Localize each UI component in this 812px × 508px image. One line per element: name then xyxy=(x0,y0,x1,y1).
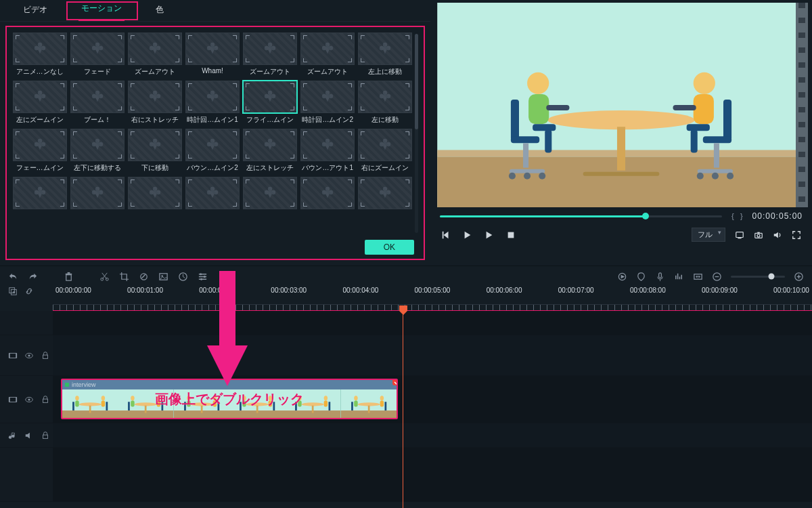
motion-preset-item[interactable]: ズームアウト xyxy=(243,33,298,77)
motion-preset-item[interactable]: 左にストレッチ xyxy=(243,129,298,173)
edit-icon[interactable] xyxy=(139,272,149,282)
motion-preset-item[interactable]: 下に移動 xyxy=(127,129,182,173)
motion-preset-item[interactable]: 右にズームイン xyxy=(358,129,413,173)
stop-button[interactable] xyxy=(506,230,516,240)
svg-rect-22 xyxy=(687,124,710,131)
tab-motion[interactable]: モーション xyxy=(78,0,125,21)
tab-video[interactable]: ビデオ xyxy=(20,0,50,21)
motion-preset-item[interactable]: フェード xyxy=(70,33,125,77)
clip-effect-badge-icon xyxy=(391,379,398,387)
motion-label: フェード xyxy=(84,67,111,77)
video-track-1-lane[interactable]: interview 画像上でダブルクリック xyxy=(53,376,812,423)
timeline-playhead[interactable] xyxy=(403,311,403,508)
lock-icon[interactable] xyxy=(41,351,50,360)
motion-preset-item[interactable]: フライ…ムイン xyxy=(243,81,298,125)
empty-track-lane[interactable] xyxy=(53,448,812,501)
timeline-zoom-slider[interactable] xyxy=(731,276,785,278)
motion-preset-item[interactable] xyxy=(12,177,67,219)
svg-rect-40 xyxy=(757,232,760,233)
motion-preset-item[interactable]: アニメ…ンなし xyxy=(12,33,67,77)
svg-point-53 xyxy=(200,278,202,280)
motion-preset-item[interactable]: 左下に移動する xyxy=(70,129,125,173)
overlay-track-lane[interactable] xyxy=(53,311,812,335)
timeline-clip-interview[interactable]: interview 画像上でダブルクリック xyxy=(61,379,398,419)
clip-property-tabs: ビデオ モーション 色 xyxy=(0,0,430,22)
ok-button[interactable]: OK xyxy=(365,240,414,255)
play-pause-button[interactable] xyxy=(463,230,472,240)
motion-preset-item[interactable]: ズームアウト xyxy=(300,33,355,77)
fit-to-screen-icon[interactable] xyxy=(693,272,703,282)
motion-preset-item[interactable]: ズームアウト xyxy=(127,33,182,77)
fullscreen-icon[interactable] xyxy=(792,230,801,240)
undo-icon[interactable] xyxy=(8,272,18,282)
audio-mixer-icon[interactable] xyxy=(674,272,684,282)
svg-point-52 xyxy=(204,276,206,278)
motion-preset-item[interactable]: 左上に移動 xyxy=(358,33,413,77)
svg-point-4 xyxy=(547,110,694,129)
voice-over-icon[interactable] xyxy=(655,272,665,282)
settings-icon[interactable] xyxy=(198,272,208,282)
motion-preset-item[interactable]: 左にズームイン xyxy=(12,81,67,125)
motion-label: ブーム！ xyxy=(84,115,111,125)
motion-preset-item[interactable]: 左に移動 xyxy=(358,81,413,125)
svg-rect-25 xyxy=(703,136,731,143)
motion-preset-item[interactable]: 右にストレッチ xyxy=(127,81,182,125)
motion-preset-item[interactable]: バウン…アウト1 xyxy=(300,129,355,173)
svg-rect-80 xyxy=(43,435,48,438)
motion-scrollbar[interactable] xyxy=(415,34,418,233)
motion-thumb xyxy=(243,129,297,161)
ruler-time-label: 00:00:06:00 xyxy=(487,287,522,294)
marker-icon[interactable] xyxy=(636,272,646,282)
video-track-2-lane[interactable] xyxy=(53,335,812,375)
zoom-in-icon[interactable] xyxy=(794,272,804,282)
lock-icon[interactable] xyxy=(41,431,50,440)
svg-rect-42 xyxy=(66,274,72,280)
link-track-icon[interactable] xyxy=(24,287,34,296)
auto-reframe-icon[interactable] xyxy=(617,272,627,282)
mark-in-out-icon[interactable]: { } xyxy=(727,212,747,220)
delete-icon[interactable] xyxy=(64,272,74,282)
motion-preset-item[interactable] xyxy=(358,177,413,219)
motion-thumb xyxy=(13,129,67,161)
motion-preset-item[interactable]: フェー…ムイン xyxy=(12,129,67,173)
lock-icon[interactable] xyxy=(41,395,50,404)
image-adjust-icon[interactable] xyxy=(158,272,168,282)
video-track-2-header xyxy=(0,335,53,375)
preview-scrubber[interactable] xyxy=(440,215,722,217)
timeline-ruler[interactable]: 00:00:00:0000:00:01:0000:00:02:0000:00:0… xyxy=(53,287,812,311)
visibility-icon[interactable] xyxy=(24,395,34,404)
zoom-out-icon[interactable] xyxy=(712,272,722,282)
motion-preset-item[interactable]: 時計回…ムイン2 xyxy=(300,81,355,125)
motion-preset-item[interactable] xyxy=(70,177,125,219)
svg-rect-20 xyxy=(694,94,714,124)
add-track-icon[interactable] xyxy=(8,287,18,296)
volume-icon[interactable] xyxy=(773,230,782,240)
mute-icon[interactable] xyxy=(24,431,34,440)
motion-preset-item[interactable] xyxy=(243,177,298,219)
speed-icon[interactable] xyxy=(178,272,188,282)
tutorial-overlay-text: 画像上でダブルクリック xyxy=(155,390,304,408)
render-preview-icon[interactable] xyxy=(735,230,744,240)
visibility-icon[interactable] xyxy=(24,351,34,360)
motion-thumb xyxy=(13,177,67,209)
preview-quality-select[interactable]: フル xyxy=(692,228,725,242)
audio-track-lane[interactable] xyxy=(53,423,812,447)
motion-preset-item[interactable] xyxy=(185,177,240,219)
motion-preset-item[interactable] xyxy=(300,177,355,219)
motion-label: フェー…ムイン xyxy=(16,163,64,173)
svg-point-39 xyxy=(757,234,760,236)
motion-preset-item[interactable]: バウン…ムイン2 xyxy=(185,129,240,173)
svg-point-17 xyxy=(524,173,531,179)
crop-icon[interactable] xyxy=(119,272,129,282)
prev-frame-button[interactable] xyxy=(441,230,451,240)
next-frame-button[interactable] xyxy=(484,230,494,240)
tab-color[interactable]: 色 xyxy=(153,0,166,21)
motion-preset-item[interactable]: Wham! xyxy=(185,33,240,77)
motion-preset-item[interactable]: ブーム！ xyxy=(70,81,125,125)
motion-thumb xyxy=(128,177,182,209)
split-icon[interactable] xyxy=(99,272,110,282)
redo-icon[interactable] xyxy=(28,272,38,282)
motion-preset-item[interactable] xyxy=(127,177,182,219)
snapshot-icon[interactable] xyxy=(754,230,763,240)
motion-preset-item[interactable]: 時計回…ムイン1 xyxy=(185,81,240,125)
